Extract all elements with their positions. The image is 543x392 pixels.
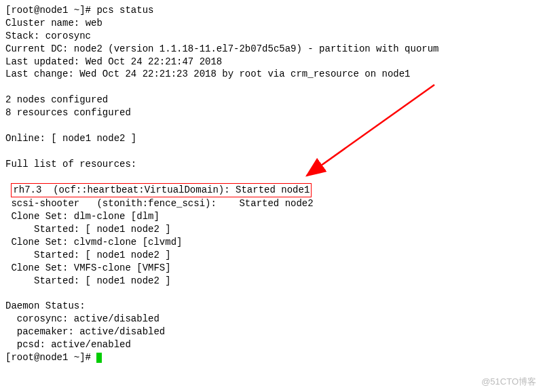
last-change-line: Last change: Wed Oct 24 22:21:23 2018 by…	[5, 68, 538, 81]
resource-line: Started: [ node1 node2 ]	[5, 249, 538, 262]
online-line: Online: [ node1 node2 ]	[5, 132, 538, 145]
full-list-label: Full list of resources:	[5, 158, 538, 171]
shell-prompt: [root@node1 ~]#	[5, 5, 96, 16]
cursor-icon	[96, 353, 102, 363]
resource-line: scsi-shooter (stonith:fence_scsi): Start…	[5, 197, 538, 210]
stack-line: Stack: corosync	[5, 30, 538, 43]
resource-line: Clone Set: dlm-clone [dlm]	[5, 210, 538, 223]
resource-line: Started: [ node1 node2 ]	[5, 275, 538, 288]
last-updated-label: Last updated:	[5, 56, 86, 67]
daemon-line: pacemaker: active/disabled	[5, 326, 538, 338]
resources-configured: 8 resources configured	[5, 106, 538, 119]
cluster-name-label: Cluster name:	[5, 18, 86, 28]
online-label: Online:	[5, 133, 51, 144]
shell-prompt: [root@node1 ~]#	[5, 352, 96, 363]
prompt-line-2[interactable]: [root@node1 ~]#	[5, 351, 538, 364]
last-change-label: Last change:	[5, 68, 79, 79]
nodes-configured: 2 nodes configured	[5, 94, 538, 106]
blank-line	[5, 119, 538, 132]
blank-line	[5, 145, 538, 158]
blank-line	[5, 81, 538, 94]
stack-label: Stack:	[5, 31, 45, 41]
last-updated-line: Last updated: Wed Oct 24 22:21:47 2018	[5, 56, 538, 68]
prompt-line: [root@node1 ~]# pcs status	[5, 4, 538, 17]
resource-line: Clone Set: VMFS-clone [VMFS]	[5, 262, 538, 275]
resource-line: Clone Set: clvmd-clone [clvmd]	[5, 236, 538, 249]
highlighted-resource: rh7.3 (ocf::heartbeat:VirtualDomain): St…	[11, 183, 312, 197]
blank-line	[5, 288, 538, 300]
online-value: [ node1 node2 ]	[51, 133, 136, 144]
blank-line	[5, 171, 538, 184]
current-dc-value: node2 (version 1.1.18-11.el7-2b07d5c5a9)…	[74, 43, 439, 54]
resource-line: Started: [ node1 node2 ]	[5, 223, 538, 236]
stack-value: corosync	[45, 31, 91, 41]
daemon-line: pcsd: active/enabled	[5, 338, 538, 351]
current-dc-label: Current DC:	[5, 43, 74, 54]
command: pcs status	[96, 5, 153, 16]
last-updated-value: Wed Oct 24 22:21:47 2018	[86, 56, 223, 67]
daemon-status-label: Daemon Status:	[5, 300, 538, 313]
cluster-name-line: Cluster name: web	[5, 17, 538, 30]
current-dc-line: Current DC: node2 (version 1.1.18-11.el7…	[5, 43, 538, 56]
cluster-name-value: web	[86, 18, 102, 28]
last-change-value: Wed Oct 24 22:21:23 2018 by root via crm…	[79, 68, 410, 79]
daemon-line: corosync: active/disabled	[5, 313, 538, 326]
highlighted-resource-line: rh7.3 (ocf::heartbeat:VirtualDomain): St…	[5, 183, 538, 197]
watermark: @51CTO博客	[481, 376, 536, 388]
